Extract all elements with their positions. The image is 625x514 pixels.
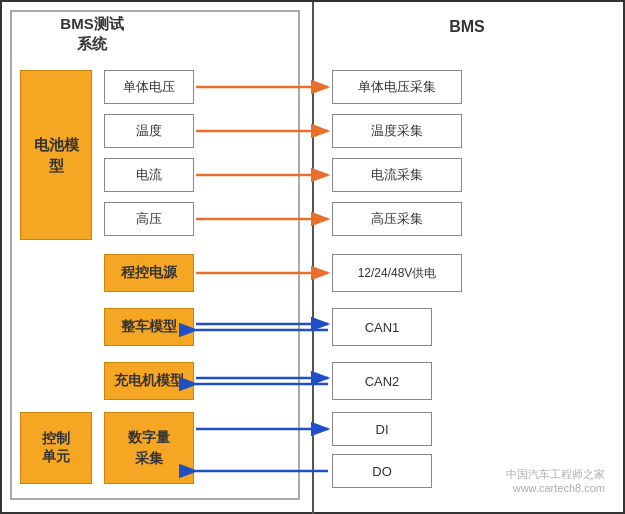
current-box: 电流 <box>104 158 194 192</box>
prog-power-box: 程控电源 <box>104 254 194 292</box>
r-can2: CAN2 <box>332 362 432 400</box>
control-unit-box: 控制单元 <box>20 412 92 484</box>
vertical-divider <box>312 2 314 514</box>
left-header-label: BMS测试系统 <box>32 14 152 53</box>
cell-voltage-box: 单体电压 <box>104 70 194 104</box>
r-temperature: 温度采集 <box>332 114 462 148</box>
r-di: DI <box>332 412 432 446</box>
watermark: 中国汽车工程师之家 www.cartech8.com <box>506 467 605 494</box>
charger-box: 充电机模型 <box>104 362 194 400</box>
watermark-line2: www.cartech8.com <box>506 482 605 494</box>
battery-model-box: 电池模型 <box>20 70 92 240</box>
r-can1: CAN1 <box>332 308 432 346</box>
high-voltage-box: 高压 <box>104 202 194 236</box>
right-header-label: BMS <box>392 18 542 36</box>
temperature-box: 温度 <box>104 114 194 148</box>
r-do: DO <box>332 454 432 488</box>
r-power-supply: 12/24/48V供电 <box>332 254 462 292</box>
main-container: BMS测试系统 BMS 电池模型 单体电压 温度 电流 高压 程控电源 整车模型… <box>0 0 625 514</box>
digital-box: 数字量采集 <box>104 412 194 484</box>
whole-car-box: 整车模型 <box>104 308 194 346</box>
r-current: 电流采集 <box>332 158 462 192</box>
r-cell-voltage: 单体电压采集 <box>332 70 462 104</box>
r-high-voltage: 高压采集 <box>332 202 462 236</box>
watermark-line1: 中国汽车工程师之家 <box>506 467 605 482</box>
